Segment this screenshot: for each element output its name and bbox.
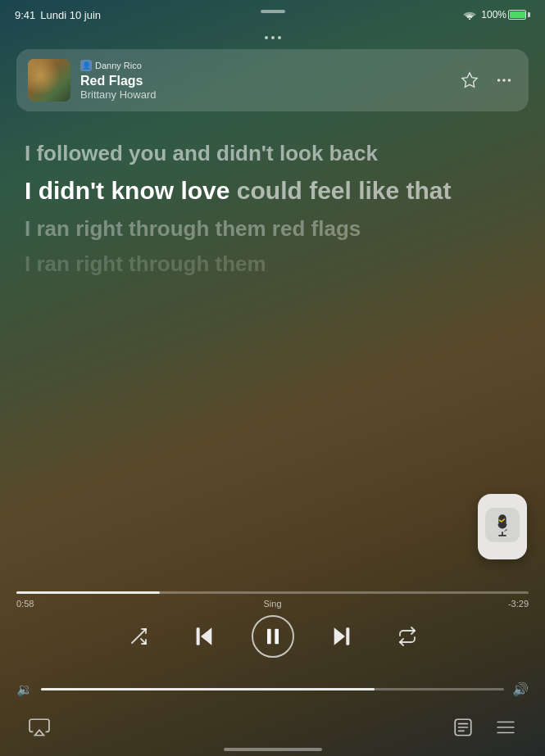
volume-down-icon: 🔉	[16, 681, 33, 697]
battery-tip	[528, 12, 530, 17]
progress-track[interactable]	[16, 591, 529, 594]
status-bar: 9:41 Lundi 10 juin 100%	[0, 0, 545, 29]
airplay-button[interactable]	[25, 713, 54, 742]
user-icon: 👤	[80, 60, 92, 71]
svg-rect-13	[275, 629, 279, 645]
svg-marker-14	[334, 627, 344, 645]
battery: 100%	[481, 9, 530, 20]
lyric-highlighted: I didn't know love	[25, 177, 237, 204]
now-playing-card: 👤 Danny Rico Red Flags Brittany Howard	[16, 49, 529, 111]
progress-mode: Sing	[263, 599, 281, 609]
card-actions	[456, 67, 517, 93]
svg-point-3	[502, 79, 506, 82]
svg-marker-10	[201, 627, 211, 645]
more-button[interactable]	[491, 67, 517, 93]
progress-area[interactable]: 0:58 Sing -3:29	[16, 591, 529, 609]
svg-point-0	[469, 18, 470, 20]
track-title: Red Flags	[80, 73, 456, 88]
album-art[interactable]	[28, 59, 70, 102]
volume-fill	[41, 688, 375, 690]
track-info: 👤 Danny Rico Red Flags Brittany Howard	[80, 60, 456, 101]
dot2	[271, 36, 275, 39]
battery-fill	[510, 11, 525, 18]
next-button[interactable]	[324, 618, 360, 654]
volume-up-icon: 🔊	[512, 681, 529, 697]
wifi-icon	[463, 10, 476, 20]
lyric-active: I didn't know love could feel like that	[25, 174, 520, 208]
star-button[interactable]	[456, 67, 483, 93]
previous-button[interactable]	[186, 618, 222, 654]
svg-rect-15	[346, 627, 349, 645]
volume-area[interactable]: 🔉 🔊	[16, 681, 529, 697]
transport-controls	[0, 615, 545, 658]
status-left: 9:41 Lundi 10 juin	[15, 9, 101, 21]
lyric-next1: I ran right through them red flags	[25, 215, 520, 243]
svg-rect-11	[196, 627, 199, 645]
album-art-image	[28, 59, 70, 102]
queue-button[interactable]	[491, 713, 520, 742]
battery-percent: 100%	[481, 9, 506, 20]
volume-track[interactable]	[41, 688, 504, 690]
repeat-button[interactable]	[389, 618, 425, 654]
user-name: Danny Rico	[95, 61, 142, 70]
drag-handle	[265, 36, 281, 39]
user-badge: 👤 Danny Rico	[80, 60, 456, 71]
svg-rect-12	[267, 629, 271, 645]
battery-body	[508, 10, 526, 20]
progress-fill	[16, 591, 160, 594]
svg-point-4	[508, 79, 511, 82]
svg-point-2	[497, 79, 501, 82]
time: 9:41	[15, 9, 35, 21]
status-right: 100%	[463, 9, 530, 20]
lyric-upcoming: could feel like that	[237, 177, 452, 204]
bottom-bar	[0, 707, 545, 756]
pause-button[interactable]	[252, 615, 294, 658]
svg-marker-16	[35, 730, 44, 736]
notch-indicator	[261, 10, 285, 13]
lyrics-area: I followed you and didn't look back I di…	[0, 123, 545, 576]
track-artist: Brittany Howard	[80, 88, 456, 101]
date: Lundi 10 juin	[40, 9, 101, 21]
mic-icon	[491, 514, 514, 536]
progress-current: 0:58	[16, 599, 34, 609]
svg-marker-1	[462, 73, 477, 87]
lyric-next2: I ran right through them	[25, 250, 520, 278]
lyric-past: I followed you and didn't look back	[25, 139, 520, 168]
shuffle-button[interactable]	[120, 618, 157, 654]
sing-toggle-button[interactable]	[478, 494, 527, 559]
progress-remaining: -3:29	[508, 599, 529, 609]
lyrics-button[interactable]	[448, 713, 478, 742]
sing-icon-container	[485, 508, 520, 542]
dot3	[278, 36, 281, 39]
dot1	[265, 36, 268, 39]
progress-labels: 0:58 Sing -3:29	[16, 599, 529, 609]
